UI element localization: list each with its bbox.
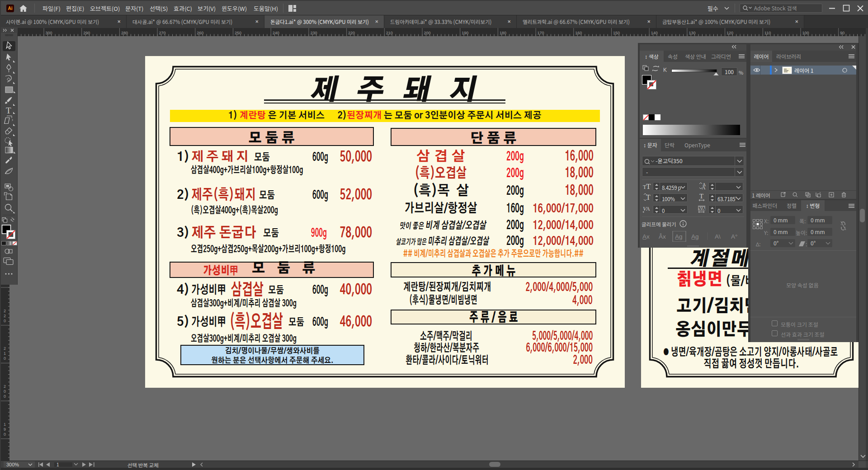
svg-text:240: 240 [273, 31, 279, 35]
svg-text:2: 2 [4, 384, 6, 389]
svg-text:0: 0 [4, 394, 6, 399]
svg-text:T: T [699, 193, 703, 200]
svg-text:0: 0 [4, 356, 6, 361]
svg-text:90: 90 [840, 31, 844, 35]
svg-text:A: A [646, 206, 650, 212]
svg-text:230: 230 [310, 31, 317, 35]
svg-text:T: T [6, 106, 11, 115]
svg-text:2: 2 [4, 309, 6, 313]
svg-text:190: 190 [462, 31, 468, 35]
svg-text:110: 110 [764, 31, 771, 35]
svg-text:180: 180 [500, 31, 506, 35]
svg-text:2: 2 [4, 314, 6, 318]
svg-text:Âx: Âx [659, 233, 666, 240]
svg-text:280: 280 [121, 31, 128, 35]
svg-text:A°: A° [731, 233, 737, 240]
svg-text:T: T [646, 193, 651, 201]
svg-text:1: 1 [57, 462, 59, 467]
svg-text:1: 1 [4, 351, 6, 356]
svg-text:210: 210 [386, 31, 393, 35]
svg-text:250: 250 [235, 31, 241, 35]
svg-text:A̲x: A̲x [642, 233, 650, 240]
svg-text:260: 260 [197, 31, 203, 35]
svg-text:170: 170 [538, 31, 544, 35]
svg-text:0: 0 [4, 319, 6, 323]
svg-text:T: T [646, 182, 651, 191]
svg-text:0: 0 [4, 389, 6, 394]
svg-text:200: 200 [424, 31, 431, 35]
svg-text:120: 120 [726, 31, 733, 35]
svg-text:270: 270 [159, 31, 166, 35]
svg-text:300: 300 [46, 31, 52, 35]
svg-text:1: 1 [4, 422, 6, 427]
svg-text:A̲g: A̲g [675, 233, 683, 240]
svg-text:A\: A\ [715, 233, 721, 240]
svg-text:150: 150 [613, 31, 620, 35]
svg-text:130: 130 [689, 31, 695, 35]
svg-text:290: 290 [83, 31, 90, 35]
svg-text:A: A [702, 184, 706, 191]
svg-text:2: 2 [4, 346, 6, 351]
svg-text:0: 0 [4, 432, 6, 437]
svg-text:160: 160 [575, 31, 582, 35]
svg-text:220: 220 [348, 31, 355, 35]
svg-text:A: A [702, 206, 705, 211]
svg-text:A̲g: A̲g [691, 233, 699, 240]
svg-text:100: 100 [802, 31, 809, 35]
svg-text:9: 9 [4, 427, 6, 432]
svg-text:140: 140 [651, 31, 658, 35]
